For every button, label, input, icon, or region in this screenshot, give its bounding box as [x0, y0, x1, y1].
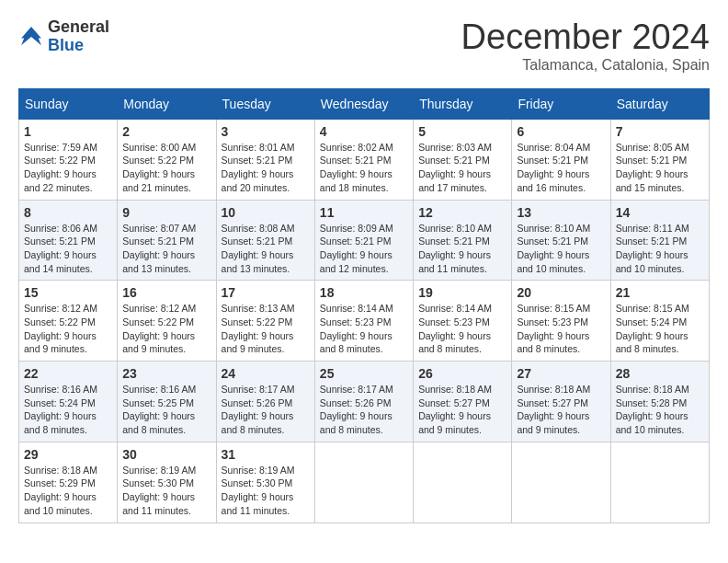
daylight: Daylight: 9 hours and 9 minutes.: [517, 410, 589, 435]
sunset: Sunset: 5:24 PM: [24, 397, 96, 408]
daylight: Daylight: 9 hours and 11 minutes.: [222, 491, 294, 516]
daylight: Daylight: 9 hours and 8 minutes.: [222, 410, 294, 435]
calendar-cell: 15Sunrise: 8:12 AMSunset: 5:22 PMDayligh…: [19, 281, 118, 362]
sunset: Sunset: 5:21 PM: [517, 155, 588, 166]
sunset: Sunset: 5:22 PM: [122, 155, 194, 166]
sunrise: Sunrise: 8:18 AM: [418, 384, 492, 395]
calendar-cell: [512, 442, 610, 523]
calendar-cell: [610, 442, 709, 523]
sunset: Sunset: 5:23 PM: [517, 316, 588, 327]
day-number: 16: [122, 285, 210, 300]
day-number: 26: [418, 366, 506, 381]
daylight: Daylight: 9 hours and 11 minutes.: [122, 491, 195, 516]
day-number: 15: [24, 285, 112, 300]
daylight: Daylight: 9 hours and 10 minutes.: [517, 249, 589, 274]
calendar-cell: 17Sunrise: 8:13 AMSunset: 5:22 PMDayligh…: [216, 281, 314, 362]
sunrise: Sunrise: 8:09 AM: [320, 223, 393, 234]
logo-general: General: [48, 18, 109, 37]
sunset: Sunset: 5:21 PM: [418, 155, 490, 166]
sunrise: Sunrise: 8:06 AM: [24, 223, 97, 234]
calendar-cell: [414, 442, 512, 523]
sunrise: Sunrise: 8:18 AM: [616, 384, 689, 395]
sunrise: Sunrise: 8:01 AM: [222, 142, 295, 153]
day-number: 30: [122, 447, 210, 462]
day-number: 8: [24, 205, 112, 220]
day-number: 29: [24, 447, 112, 462]
day-number: 31: [222, 447, 310, 462]
daylight: Daylight: 9 hours and 14 minutes.: [24, 249, 97, 274]
calendar-cell: 24Sunrise: 8:17 AMSunset: 5:26 PMDayligh…: [216, 362, 314, 442]
day-info: Sunrise: 8:14 AMSunset: 5:23 PMDaylight:…: [320, 302, 408, 356]
daylight: Daylight: 9 hours and 8 minutes.: [418, 330, 491, 355]
calendar-cell: 4Sunrise: 8:02 AMSunset: 5:21 PMDaylight…: [314, 119, 413, 200]
day-number: 21: [616, 285, 704, 300]
daylight: Daylight: 9 hours and 16 minutes.: [517, 168, 589, 193]
calendar-cell: 9Sunrise: 8:07 AMSunset: 5:21 PMDaylight…: [118, 200, 216, 281]
sunrise: Sunrise: 8:15 AM: [616, 303, 689, 314]
calendar-cell: 5Sunrise: 8:03 AMSunset: 5:21 PMDaylight…: [414, 119, 512, 200]
sunrise: Sunrise: 8:16 AM: [122, 384, 196, 395]
day-info: Sunrise: 8:00 AMSunset: 5:22 PMDaylight:…: [122, 141, 210, 195]
col-tuesday: Tuesday: [216, 88, 314, 119]
daylight: Daylight: 9 hours and 9 minutes.: [24, 330, 97, 355]
calendar-cell: 22Sunrise: 8:16 AMSunset: 5:24 PMDayligh…: [19, 362, 118, 442]
day-number: 23: [122, 366, 210, 381]
sunrise: Sunrise: 8:17 AM: [320, 384, 393, 395]
sunset: Sunset: 5:25 PM: [122, 397, 194, 408]
sunset: Sunset: 5:21 PM: [320, 236, 392, 247]
day-number: 17: [222, 285, 310, 300]
sunrise: Sunrise: 8:07 AM: [122, 223, 196, 234]
day-info: Sunrise: 8:06 AMSunset: 5:21 PMDaylight:…: [24, 222, 112, 276]
calendar-cell: 12Sunrise: 8:10 AMSunset: 5:21 PMDayligh…: [414, 200, 512, 281]
day-info: Sunrise: 8:17 AMSunset: 5:26 PMDaylight:…: [320, 383, 408, 437]
col-monday: Monday: [118, 88, 216, 119]
col-saturday: Saturday: [610, 88, 709, 119]
calendar-cell: 16Sunrise: 8:12 AMSunset: 5:22 PMDayligh…: [118, 281, 216, 362]
sunrise: Sunrise: 7:59 AM: [24, 142, 97, 153]
day-number: 10: [222, 205, 310, 220]
day-number: 24: [222, 366, 310, 381]
daylight: Daylight: 9 hours and 10 minutes.: [616, 249, 688, 274]
calendar-header-row: Sunday Monday Tuesday Wednesday Thursday…: [19, 88, 710, 119]
day-info: Sunrise: 8:12 AMSunset: 5:22 PMDaylight:…: [122, 302, 210, 356]
day-info: Sunrise: 8:16 AMSunset: 5:24 PMDaylight:…: [24, 383, 112, 437]
calendar-cell: 26Sunrise: 8:18 AMSunset: 5:27 PMDayligh…: [414, 362, 512, 442]
calendar-cell: 28Sunrise: 8:18 AMSunset: 5:28 PMDayligh…: [610, 362, 709, 442]
month-title: December 2024: [461, 18, 710, 57]
calendar-cell: 1Sunrise: 7:59 AMSunset: 5:22 PMDaylight…: [19, 119, 118, 200]
day-number: 1: [24, 124, 112, 139]
daylight: Daylight: 9 hours and 8 minutes.: [320, 330, 392, 355]
sunrise: Sunrise: 8:18 AM: [24, 465, 97, 476]
sunset: Sunset: 5:22 PM: [222, 316, 293, 327]
calendar-cell: 6Sunrise: 8:04 AMSunset: 5:21 PMDaylight…: [512, 119, 610, 200]
day-info: Sunrise: 8:19 AMSunset: 5:30 PMDaylight:…: [122, 464, 210, 518]
day-number: 22: [24, 366, 112, 381]
daylight: Daylight: 9 hours and 9 minutes.: [222, 330, 294, 355]
svg-marker-0: [21, 27, 41, 45]
title-section: December 2024 Talamanca, Catalonia, Spai…: [461, 18, 710, 74]
calendar-cell: 18Sunrise: 8:14 AMSunset: 5:23 PMDayligh…: [314, 281, 413, 362]
daylight: Daylight: 9 hours and 10 minutes.: [616, 410, 688, 435]
logo-icon: [18, 24, 44, 50]
calendar-cell: 8Sunrise: 8:06 AMSunset: 5:21 PMDaylight…: [19, 200, 118, 281]
sunrise: Sunrise: 8:10 AM: [517, 223, 590, 234]
sunset: Sunset: 5:24 PM: [616, 316, 688, 327]
day-number: 28: [616, 366, 704, 381]
calendar-cell: 25Sunrise: 8:17 AMSunset: 5:26 PMDayligh…: [314, 362, 413, 442]
daylight: Daylight: 9 hours and 9 minutes.: [418, 410, 491, 435]
day-number: 9: [122, 205, 210, 220]
col-sunday: Sunday: [19, 88, 118, 119]
col-wednesday: Wednesday: [314, 88, 413, 119]
day-info: Sunrise: 8:03 AMSunset: 5:21 PMDaylight:…: [418, 141, 506, 195]
day-info: Sunrise: 8:07 AMSunset: 5:21 PMDaylight:…: [122, 222, 210, 276]
calendar-cell: 31Sunrise: 8:19 AMSunset: 5:30 PMDayligh…: [216, 442, 314, 523]
sunrise: Sunrise: 8:12 AM: [122, 303, 196, 314]
daylight: Daylight: 9 hours and 11 minutes.: [418, 249, 491, 274]
day-number: 19: [418, 285, 506, 300]
sunset: Sunset: 5:21 PM: [24, 236, 96, 247]
sunrise: Sunrise: 8:17 AM: [222, 384, 295, 395]
sunrise: Sunrise: 8:19 AM: [222, 465, 295, 476]
day-number: 7: [616, 124, 704, 139]
sunrise: Sunrise: 8:11 AM: [616, 223, 689, 234]
sunset: Sunset: 5:22 PM: [24, 155, 96, 166]
